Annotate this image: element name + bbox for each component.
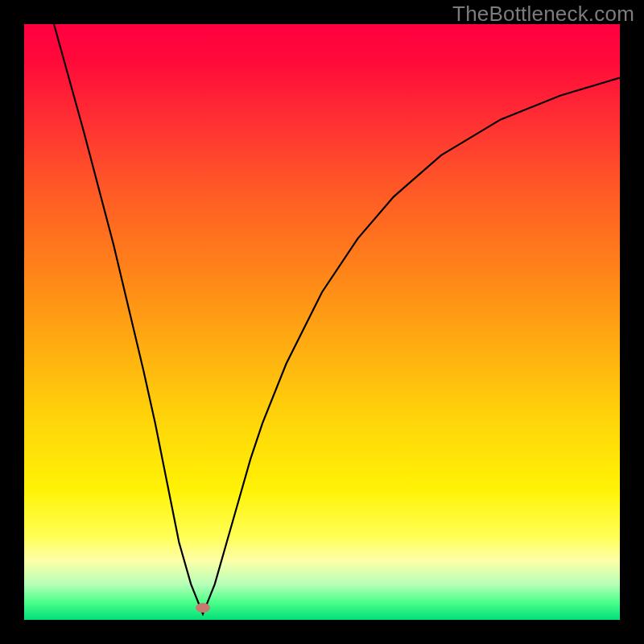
plot-area	[24, 24, 620, 620]
chart-frame: TheBottleneck.com	[0, 0, 644, 644]
bottleneck-curve	[24, 24, 620, 620]
optimal-point-marker	[196, 603, 210, 613]
watermark-text: TheBottleneck.com	[452, 2, 634, 27]
